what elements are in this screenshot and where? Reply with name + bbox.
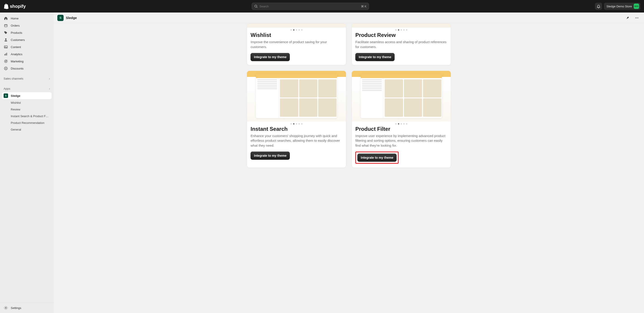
card-wishlist: Wishlist Improve the convenience of prod…	[247, 23, 346, 65]
page-title: Sledge	[66, 16, 77, 20]
sales-channels-section[interactable]: Sales channels ›	[2, 75, 52, 82]
svg-line-1	[256, 7, 257, 7]
card-description: Improve the convenience of product savin…	[250, 40, 342, 49]
card-preview	[247, 23, 346, 27]
carousel-dots[interactable]	[247, 27, 346, 31]
page-header: S Sledge	[54, 12, 644, 23]
svg-point-3	[5, 32, 5, 32]
svg-point-13	[5, 68, 6, 68]
integrate-button-product-filter[interactable]: Integrate to my theme	[358, 154, 396, 162]
card-description: Enhance your customers' shopping journey…	[250, 134, 342, 148]
svg-rect-8	[6, 53, 6, 55]
sub-review[interactable]: Review	[2, 106, 52, 113]
sidebar: Home Orders Products Customers Content A…	[0, 12, 54, 313]
content-area: Wishlist Improve the convenience of prod…	[54, 23, 644, 313]
card-title: Wishlist	[250, 32, 342, 38]
sub-wishlist[interactable]: Wishlist	[2, 99, 52, 106]
card-title: Product Review	[355, 32, 447, 38]
integrate-button-instant-search[interactable]: Integrate to my theme	[250, 152, 290, 160]
carousel-dots[interactable]	[352, 121, 451, 125]
card-title: Instant Search	[250, 126, 342, 132]
store-switcher[interactable]: Sledge Demo Store SDS	[604, 3, 640, 10]
gear-icon	[4, 306, 8, 310]
carousel-dots[interactable]	[247, 121, 346, 125]
integrate-button-wishlist[interactable]: Integrate to my theme	[250, 53, 290, 61]
svg-rect-2	[4, 25, 7, 27]
integrate-button-product-review[interactable]: Integrate to my theme	[355, 53, 394, 61]
svg-point-0	[254, 5, 257, 7]
annotation-highlight: Integrate to my theme	[355, 152, 398, 164]
more-button[interactable]	[633, 14, 640, 21]
card-description: Improve user experience by implementing …	[355, 134, 447, 148]
page-app-icon: S	[57, 15, 64, 21]
nav-customers[interactable]: Customers	[2, 36, 52, 43]
chevron-right-icon: ›	[49, 77, 50, 80]
pin-icon	[626, 16, 630, 20]
nav-home[interactable]: Home	[2, 15, 52, 22]
notifications-button[interactable]	[595, 3, 602, 10]
chevron-right-icon: ›	[49, 87, 50, 90]
nav-orders[interactable]: Orders	[2, 22, 52, 29]
card-description: Facilitate seamless access and sharing o…	[355, 40, 447, 49]
card-preview	[247, 71, 346, 121]
svg-point-14	[6, 69, 6, 69]
brand-name: shopify	[10, 4, 26, 9]
svg-point-19	[638, 17, 638, 18]
orders-icon	[4, 23, 8, 28]
shopify-bag-icon	[4, 3, 9, 9]
pin-button[interactable]	[624, 14, 631, 21]
card-product-review: Product Review Facilitate seamless acces…	[352, 23, 451, 65]
shopify-logo[interactable]: shopify	[4, 3, 26, 9]
nav-discounts[interactable]: Discounts	[2, 65, 52, 72]
card-preview	[352, 71, 451, 121]
nav-marketing[interactable]: Marketing	[2, 58, 52, 65]
sledge-app-icon: S	[4, 93, 8, 98]
sub-product-recommendation[interactable]: Product Recommendation	[2, 119, 52, 126]
search-icon	[254, 4, 258, 8]
svg-point-11	[5, 61, 6, 62]
user-icon	[4, 37, 8, 42]
bell-icon	[596, 4, 600, 8]
sub-instant-search[interactable]: Instant Search & Product F…	[2, 113, 52, 119]
topbar: shopify ⌘ K Sledge Demo Store SDS	[0, 0, 644, 12]
svg-point-18	[636, 17, 637, 18]
store-name: Sledge Demo Store	[606, 5, 632, 8]
carousel-dots[interactable]	[352, 27, 451, 31]
search-shortcut: ⌘ K	[361, 5, 366, 8]
nav-content[interactable]: Content	[2, 43, 52, 50]
svg-rect-7	[4, 54, 5, 55]
sidebar-app-sledge[interactable]: S Sledge	[2, 92, 52, 99]
global-search[interactable]: ⌘ K	[252, 3, 369, 10]
sub-general[interactable]: General	[2, 126, 52, 133]
nav-settings[interactable]: Settings	[2, 304, 52, 312]
card-preview	[352, 23, 451, 27]
percent-icon	[4, 66, 8, 71]
svg-rect-9	[6, 53, 7, 55]
search-input[interactable]	[260, 5, 359, 8]
nav-analytics[interactable]: Analytics	[2, 50, 52, 58]
more-horizontal-icon	[635, 16, 639, 20]
home-icon	[4, 16, 8, 20]
nav-products[interactable]: Products	[2, 29, 52, 36]
card-product-filter: Product Filter Improve user experience b…	[352, 71, 451, 168]
image-icon	[4, 45, 8, 49]
svg-point-4	[5, 38, 6, 40]
card-instant-search: Instant Search Enhance your customers' s…	[247, 71, 346, 168]
svg-point-16	[5, 308, 6, 309]
target-icon	[4, 59, 8, 63]
avatar: SDS	[634, 3, 639, 9]
tag-icon	[4, 30, 8, 35]
svg-point-17	[635, 17, 636, 18]
card-title: Product Filter	[355, 126, 447, 132]
apps-section[interactable]: Apps ›	[2, 85, 52, 92]
chart-icon	[4, 52, 8, 56]
